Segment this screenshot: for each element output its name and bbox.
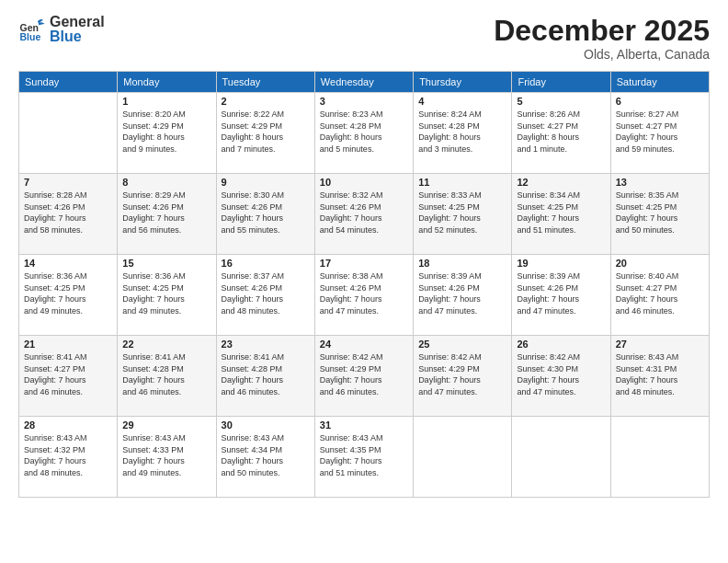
- day-info: Sunrise: 8:28 AMSunset: 4:26 PMDaylight:…: [24, 190, 112, 236]
- day-number: 17: [320, 258, 408, 269]
- table-row: 27Sunrise: 8:43 AMSunset: 4:31 PMDayligh…: [610, 336, 709, 417]
- day-info: Sunrise: 8:38 AMSunset: 4:26 PMDaylight:…: [320, 270, 408, 316]
- calendar-week-row: 21Sunrise: 8:41 AMSunset: 4:27 PMDayligh…: [19, 336, 710, 417]
- header-wednesday: Wednesday: [314, 72, 413, 93]
- day-number: 19: [517, 258, 605, 269]
- svg-text:Blue: Blue: [20, 31, 41, 42]
- calendar-table: Sunday Monday Tuesday Wednesday Thursday…: [18, 71, 710, 498]
- day-info: Sunrise: 8:27 AMSunset: 4:27 PMDaylight:…: [616, 109, 704, 155]
- logo-general: General: [50, 15, 105, 29]
- day-info: Sunrise: 8:35 AMSunset: 4:25 PMDaylight:…: [616, 190, 704, 236]
- table-row: 19Sunrise: 8:39 AMSunset: 4:26 PMDayligh…: [512, 255, 610, 336]
- day-number: 23: [222, 339, 310, 350]
- table-row: 16Sunrise: 8:37 AMSunset: 4:26 PMDayligh…: [216, 255, 314, 336]
- day-number: 22: [122, 339, 210, 350]
- day-number: 24: [320, 339, 408, 350]
- day-number: 30: [222, 419, 310, 431]
- table-row: 20Sunrise: 8:40 AMSunset: 4:27 PMDayligh…: [610, 255, 709, 336]
- day-number: 8: [122, 177, 210, 188]
- day-info: Sunrise: 8:40 AMSunset: 4:27 PMDaylight:…: [616, 270, 704, 316]
- day-info: Sunrise: 8:23 AMSunset: 4:28 PMDaylight:…: [320, 109, 408, 155]
- calendar-header-row: Sunday Monday Tuesday Wednesday Thursday…: [19, 72, 710, 93]
- table-row: 18Sunrise: 8:39 AMSunset: 4:26 PMDayligh…: [414, 255, 512, 336]
- day-info: Sunrise: 8:43 AMSunset: 4:32 PMDaylight:…: [24, 432, 112, 478]
- table-row: 8Sunrise: 8:29 AMSunset: 4:26 PMDaylight…: [118, 174, 216, 255]
- header-saturday: Saturday: [610, 72, 709, 93]
- day-number: 27: [616, 339, 704, 350]
- title-block: December 2025 Olds, Alberta, Canada: [494, 15, 710, 62]
- table-row: 2Sunrise: 8:22 AMSunset: 4:29 PMDaylight…: [216, 93, 314, 174]
- table-row: 26Sunrise: 8:42 AMSunset: 4:30 PMDayligh…: [512, 336, 610, 417]
- day-info: Sunrise: 8:33 AMSunset: 4:25 PMDaylight:…: [418, 190, 506, 236]
- day-info: Sunrise: 8:39 AMSunset: 4:26 PMDaylight:…: [517, 270, 605, 316]
- day-number: 29: [122, 419, 210, 431]
- day-info: Sunrise: 8:43 AMSunset: 4:34 PMDaylight:…: [222, 432, 310, 478]
- day-info: Sunrise: 8:32 AMSunset: 4:26 PMDaylight:…: [320, 190, 408, 236]
- day-info: Sunrise: 8:39 AMSunset: 4:26 PMDaylight:…: [418, 270, 506, 316]
- day-info: Sunrise: 8:37 AMSunset: 4:26 PMDaylight:…: [222, 270, 310, 316]
- day-info: Sunrise: 8:36 AMSunset: 4:25 PMDaylight:…: [122, 270, 210, 316]
- logo-text: General Blue: [50, 15, 105, 44]
- day-info: Sunrise: 8:43 AMSunset: 4:31 PMDaylight:…: [616, 351, 704, 397]
- day-number: 6: [616, 96, 704, 107]
- calendar-week-row: 14Sunrise: 8:36 AMSunset: 4:25 PMDayligh…: [19, 255, 710, 336]
- day-number: 2: [222, 96, 310, 107]
- table-row: [610, 417, 709, 498]
- day-info: Sunrise: 8:42 AMSunset: 4:29 PMDaylight:…: [320, 351, 408, 397]
- day-number: 11: [418, 177, 506, 188]
- day-number: 15: [122, 258, 210, 269]
- day-info: Sunrise: 8:43 AMSunset: 4:33 PMDaylight:…: [122, 432, 210, 478]
- month-title: December 2025: [494, 15, 710, 47]
- table-row: 9Sunrise: 8:30 AMSunset: 4:26 PMDaylight…: [216, 174, 314, 255]
- day-number: 31: [320, 419, 408, 431]
- day-info: Sunrise: 8:29 AMSunset: 4:26 PMDaylight:…: [122, 190, 210, 236]
- day-number: 12: [517, 177, 605, 188]
- table-row: 12Sunrise: 8:34 AMSunset: 4:25 PMDayligh…: [512, 174, 610, 255]
- day-info: Sunrise: 8:22 AMSunset: 4:29 PMDaylight:…: [222, 109, 310, 155]
- table-row: 23Sunrise: 8:41 AMSunset: 4:28 PMDayligh…: [216, 336, 314, 417]
- day-info: Sunrise: 8:24 AMSunset: 4:28 PMDaylight:…: [418, 109, 506, 155]
- day-info: Sunrise: 8:43 AMSunset: 4:35 PMDaylight:…: [320, 432, 408, 478]
- header-sunday: Sunday: [19, 72, 118, 93]
- day-number: 21: [24, 339, 112, 350]
- table-row: 13Sunrise: 8:35 AMSunset: 4:25 PMDayligh…: [610, 174, 709, 255]
- day-number: 1: [122, 96, 210, 107]
- logo: Gen Blue General Blue: [18, 15, 105, 44]
- header-tuesday: Tuesday: [216, 72, 314, 93]
- table-row: 10Sunrise: 8:32 AMSunset: 4:26 PMDayligh…: [314, 174, 413, 255]
- table-row: 15Sunrise: 8:36 AMSunset: 4:25 PMDayligh…: [118, 255, 216, 336]
- day-info: Sunrise: 8:42 AMSunset: 4:30 PMDaylight:…: [517, 351, 605, 397]
- day-number: 7: [24, 177, 112, 188]
- table-row: 29Sunrise: 8:43 AMSunset: 4:33 PMDayligh…: [118, 417, 216, 498]
- table-row: [19, 93, 118, 174]
- calendar-week-row: 1Sunrise: 8:20 AMSunset: 4:29 PMDaylight…: [19, 93, 710, 174]
- day-number: 3: [320, 96, 408, 107]
- table-row: 22Sunrise: 8:41 AMSunset: 4:28 PMDayligh…: [118, 336, 216, 417]
- table-row: 25Sunrise: 8:42 AMSunset: 4:29 PMDayligh…: [414, 336, 512, 417]
- day-info: Sunrise: 8:36 AMSunset: 4:25 PMDaylight:…: [24, 270, 112, 316]
- day-info: Sunrise: 8:34 AMSunset: 4:25 PMDaylight:…: [517, 190, 605, 236]
- table-row: 21Sunrise: 8:41 AMSunset: 4:27 PMDayligh…: [19, 336, 118, 417]
- table-row: 5Sunrise: 8:26 AMSunset: 4:27 PMDaylight…: [512, 93, 610, 174]
- day-info: Sunrise: 8:41 AMSunset: 4:27 PMDaylight:…: [24, 351, 112, 397]
- day-number: 5: [517, 96, 605, 107]
- table-row: 14Sunrise: 8:36 AMSunset: 4:25 PMDayligh…: [19, 255, 118, 336]
- day-number: 20: [616, 258, 704, 269]
- day-info: Sunrise: 8:30 AMSunset: 4:26 PMDaylight:…: [222, 190, 310, 236]
- table-row: [414, 417, 512, 498]
- calendar-week-row: 7Sunrise: 8:28 AMSunset: 4:26 PMDaylight…: [19, 174, 710, 255]
- header-thursday: Thursday: [414, 72, 512, 93]
- logo-blue: Blue: [50, 29, 105, 44]
- location: Olds, Alberta, Canada: [494, 47, 710, 62]
- page: Gen Blue General Blue December 2025 Olds…: [0, 0, 728, 563]
- header: Gen Blue General Blue December 2025 Olds…: [18, 15, 710, 62]
- day-number: 26: [517, 339, 605, 350]
- day-info: Sunrise: 8:20 AMSunset: 4:29 PMDaylight:…: [122, 109, 210, 155]
- logo-icon: Gen Blue: [18, 16, 46, 43]
- table-row: 31Sunrise: 8:43 AMSunset: 4:35 PMDayligh…: [314, 417, 413, 498]
- day-number: 16: [222, 258, 310, 269]
- day-info: Sunrise: 8:26 AMSunset: 4:27 PMDaylight:…: [517, 109, 605, 155]
- table-row: 17Sunrise: 8:38 AMSunset: 4:26 PMDayligh…: [314, 255, 413, 336]
- calendar-week-row: 28Sunrise: 8:43 AMSunset: 4:32 PMDayligh…: [19, 417, 710, 498]
- day-number: 28: [24, 419, 112, 431]
